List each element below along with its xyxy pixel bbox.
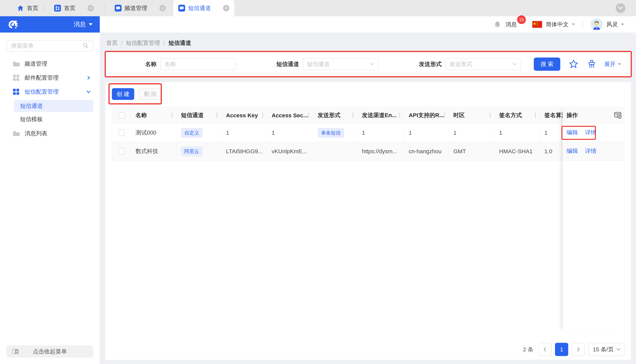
- column-settings-icon[interactable]: [614, 111, 622, 120]
- cell-endpoint: https://dysm...: [357, 142, 404, 160]
- create-button[interactable]: 创 建: [112, 88, 134, 100]
- column-menu-icon[interactable]: [352, 115, 353, 116]
- menu-search-input[interactable]: [11, 42, 83, 49]
- close-icon[interactable]: ×: [88, 5, 94, 11]
- app-screen: 首页 首页 × 频道管理 × 短信通道 ×: [0, 0, 636, 364]
- topbar: 消息 消息 15 简体中文: [0, 16, 636, 32]
- page-number-button[interactable]: 1: [555, 343, 568, 356]
- cell-send-form: [313, 142, 357, 160]
- user-menu[interactable]: 风灵: [606, 20, 618, 28]
- sidebar-item-label: 短信配置管理: [25, 88, 59, 96]
- cell-region: 1: [404, 124, 449, 142]
- module-switcher[interactable]: 消息: [74, 20, 86, 28]
- tab-divider: [44, 4, 44, 12]
- sidebar-item-message-list[interactable]: 消息列表: [0, 126, 100, 140]
- collapse-menu-icon: [12, 348, 19, 355]
- tab-label: 短信通道: [188, 4, 211, 12]
- sidebar-item-mail-config[interactable]: 邮件配置管理: [0, 71, 100, 85]
- column-header-access-key: Access Key: [222, 107, 267, 124]
- select-all-checkbox[interactable]: [118, 112, 125, 118]
- row-checkbox[interactable]: [118, 130, 125, 136]
- page-size-select[interactable]: 15 条/页: [588, 343, 625, 356]
- language-selector[interactable]: 简体中文: [546, 20, 569, 28]
- search-icon: [83, 43, 89, 49]
- action-column-label: 操作: [566, 112, 578, 119]
- close-icon[interactable]: ×: [223, 5, 229, 11]
- bell-icon[interactable]: [494, 20, 501, 28]
- detail-link[interactable]: 详情: [585, 147, 596, 155]
- close-icon[interactable]: ×: [159, 5, 166, 11]
- column-menu-icon[interactable]: [490, 115, 491, 116]
- column-menu-icon[interactable]: [444, 115, 445, 116]
- row-select-cell: [112, 142, 131, 160]
- tab-sms-channel-active[interactable]: 短信通道 ×: [173, 0, 234, 16]
- sidebar-item-sms-channel[interactable]: 短信通道: [14, 100, 93, 112]
- chevron-down-icon: [370, 62, 374, 66]
- topbar-right: 消息 15 简体中文 风灵: [100, 16, 636, 32]
- sidebar-item-channel-mgmt[interactable]: 频道管理: [0, 57, 100, 71]
- edit-link[interactable]: 编辑: [566, 147, 578, 155]
- column-header-name: 名称: [131, 107, 176, 124]
- breadcrumb-separator: /: [121, 40, 123, 46]
- cell-access-secret: 1: [267, 124, 313, 142]
- tab-channel-mgmt[interactable]: 频道管理 ×: [110, 0, 171, 16]
- row-checkbox[interactable]: [118, 148, 125, 154]
- tab-divider: [104, 4, 105, 12]
- column-menu-icon[interactable]: [262, 115, 263, 116]
- tabbar-collapse-button[interactable]: [615, 3, 625, 13]
- cell-endpoint: 1: [357, 124, 404, 142]
- chevron-down-icon: [512, 62, 517, 66]
- tab-home-label: 首页: [27, 4, 38, 12]
- star-icon: [569, 59, 578, 69]
- messages-link[interactable]: 消息 15: [505, 20, 517, 28]
- cell-sign-method: HMAC-SHA1: [495, 142, 540, 160]
- menu-search-box[interactable]: [7, 40, 93, 52]
- brush-clear-icon: [587, 59, 597, 69]
- cell-sign-method: 1: [495, 124, 540, 142]
- folder-icon: [13, 130, 20, 137]
- next-page-button[interactable]: [572, 343, 585, 356]
- avatar[interactable]: [590, 18, 603, 30]
- breadcrumb-separator: /: [163, 40, 165, 46]
- expand-filters-button[interactable]: 展开: [604, 60, 621, 68]
- detail-link[interactable]: 详情: [585, 129, 596, 136]
- send-form-filter-label: 发送形式: [390, 60, 445, 68]
- clear-filter-button[interactable]: [587, 59, 597, 69]
- row-actions: 编辑 详情: [563, 123, 625, 142]
- name-filter-input[interactable]: [165, 61, 232, 67]
- search-button[interactable]: 搜 索: [534, 58, 560, 71]
- chat-tab-icon: [178, 5, 185, 12]
- column-menu-icon[interactable]: [535, 115, 536, 116]
- breadcrumb-item[interactable]: 短信配置管理: [126, 39, 160, 47]
- tab-dashboard[interactable]: 首页 ×: [49, 0, 99, 16]
- column-menu-icon[interactable]: [217, 115, 218, 116]
- channel-filter-select[interactable]: 短信通道: [303, 58, 379, 70]
- column-menu-icon[interactable]: [172, 115, 172, 116]
- name-filter-label: 名称: [106, 60, 160, 68]
- filter-panel: 名称 短信通道 短信通道 发送形式 发送形式: [106, 52, 631, 76]
- channel-tag: 自定义: [181, 128, 203, 138]
- sidebar-item-label: 邮件配置管理: [25, 74, 59, 82]
- column-menu-icon[interactable]: [399, 115, 400, 116]
- sidebar-collapse-button[interactable]: 点击收起菜单: [7, 346, 93, 358]
- send-form-filter-select[interactable]: 发送形式: [445, 58, 521, 70]
- edit-link[interactable]: 编辑: [566, 129, 578, 136]
- name-filter-input-wrap: [160, 58, 236, 70]
- column-menu-icon[interactable]: [308, 115, 309, 116]
- breadcrumb-item[interactable]: 首页: [106, 39, 118, 47]
- sidebar-item-label: 短信模板: [20, 116, 43, 123]
- sidebar-item-sms-config[interactable]: 短信配置管理: [0, 85, 100, 99]
- header-select-all: [112, 107, 131, 124]
- sidebar-item-sms-template[interactable]: 短信模板: [14, 113, 93, 125]
- table-row: 测试000 自定义 1 1 单条短信 1 1 1 1 1: [112, 124, 625, 142]
- favorite-filter-button[interactable]: [569, 59, 578, 69]
- home-icon: [17, 5, 24, 12]
- cell-access-secret: vKUnlpKmE...: [267, 142, 313, 160]
- delete-button[interactable]: 删 除: [139, 88, 162, 100]
- messages-label: 消息: [505, 21, 517, 28]
- tab-home[interactable]: 首页: [17, 4, 38, 12]
- appstore-icon: [13, 74, 20, 81]
- column-header-channel: 短信通道: [176, 107, 222, 124]
- prev-page-button[interactable]: [538, 343, 551, 356]
- caret-down-icon: [618, 63, 621, 65]
